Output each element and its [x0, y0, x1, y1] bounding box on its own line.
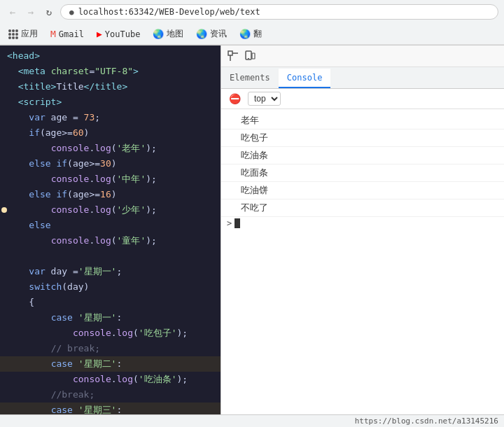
- lock-icon: ●: [69, 8, 74, 17]
- svg-rect-4: [252, 53, 255, 59]
- devtools-top-icons: [221, 46, 504, 67]
- address-text: localhost:63342/WEB-Develop/web/text: [78, 7, 260, 17]
- code-line: console.log('童年');: [0, 233, 220, 248]
- gmail-icon: M: [50, 29, 56, 39]
- code-line: case '星期二':: [0, 356, 220, 372]
- code-line: <meta charset="UTF-8">: [0, 64, 220, 79]
- tab-console[interactable]: Console: [279, 69, 331, 88]
- svg-rect-0: [228, 51, 232, 55]
- device-icon: [244, 50, 255, 62]
- bookmark-apps[interactable]: 应用: [6, 27, 41, 41]
- code-line: case '星期三':: [0, 402, 220, 414]
- maps-label: 地图: [167, 28, 183, 40]
- apps-icon: [8, 29, 18, 39]
- youtube-icon: ▶: [97, 29, 102, 39]
- status-url: https://blog.csdn.net/a13145216: [355, 416, 498, 426]
- bookmark-youtube[interactable]: ▶ YouTube: [94, 27, 143, 41]
- code-line: console.log('少年');: [0, 202, 220, 218]
- code-line: console.log('吃包子');: [0, 326, 220, 341]
- context-selector[interactable]: top: [248, 92, 281, 106]
- breakpoint-dot: [1, 207, 7, 213]
- devtools-panel: Elements Console ⛔ top 老年 吃包子 吃油条: [220, 46, 504, 414]
- code-line: <title>Title</title>: [0, 79, 220, 94]
- main-area: <head> <meta charset="UTF-8"> <title>Tit…: [0, 46, 504, 414]
- translate-globe-icon: 🌏: [239, 29, 251, 39]
- code-line: var age = 73;: [0, 110, 220, 125]
- gmail-label: Gmail: [59, 29, 84, 39]
- console-log-item: 吃油饼: [221, 182, 504, 200]
- code-line: <script>: [0, 94, 220, 110]
- console-log-item: 吃面条: [221, 164, 504, 182]
- devtools-tabs: Elements Console: [221, 67, 504, 89]
- browser-chrome: ← → ↻ ● localhost:63342/WEB-Develop/web/…: [0, 0, 504, 46]
- code-line: else if(age>=30): [0, 156, 220, 172]
- code-line: // break;: [0, 341, 220, 356]
- code-line: console.log('吃油条');: [0, 372, 220, 387]
- tab-elements[interactable]: Elements: [221, 69, 279, 88]
- code-line: else if(age>=16): [0, 187, 220, 202]
- console-toolbar: ⛔ top: [221, 89, 504, 109]
- bookmark-maps[interactable]: 🌏 地图: [150, 27, 186, 41]
- code-line: case '星期一':: [0, 310, 220, 326]
- status-bar: https://blog.csdn.net/a13145216: [0, 414, 504, 427]
- code-line: console.log('中年');: [0, 172, 220, 187]
- code-line: [0, 248, 220, 264]
- bookmark-gmail[interactable]: M Gmail: [48, 27, 87, 41]
- code-line: switch(day): [0, 279, 220, 295]
- console-cursor: [234, 218, 240, 228]
- reload-button[interactable]: ↻: [42, 5, 56, 19]
- bookmark-translate[interactable]: 🌏 翻: [237, 27, 265, 41]
- back-button[interactable]: ←: [6, 5, 20, 19]
- news-globe-icon: 🌏: [196, 29, 207, 39]
- code-line: if(age>=60): [0, 125, 220, 141]
- bookmarks-bar: 应用 M Gmail ▶ YouTube 🌏 地图 🌏 资讯 🌏 翻: [0, 24, 504, 45]
- code-editor: <head> <meta charset="UTF-8"> <title>Tit…: [0, 46, 220, 414]
- console-input-line[interactable]: >: [221, 217, 504, 230]
- console-log-item: 吃油条: [221, 147, 504, 164]
- console-log-item: 老年: [221, 112, 504, 130]
- maps-globe-icon: 🌏: [153, 29, 164, 39]
- news-label: 资讯: [210, 28, 227, 40]
- code-line: var day ='星期一';: [0, 264, 220, 279]
- code-content: <head> <meta charset="UTF-8"> <title>Tit…: [0, 46, 220, 414]
- forward-button[interactable]: →: [24, 5, 38, 19]
- bookmark-news[interactable]: 🌏 资讯: [193, 27, 230, 41]
- code-line: {: [0, 295, 220, 310]
- inspect-element-button[interactable]: [225, 48, 241, 64]
- apps-label: 应用: [21, 28, 38, 40]
- console-arrow-icon: >: [227, 218, 232, 228]
- code-line: else: [0, 218, 220, 233]
- translate-label: 翻: [253, 28, 262, 40]
- clear-console-button[interactable]: ⛔: [227, 91, 242, 106]
- console-output-area[interactable]: 老年 吃包子 吃油条 吃面条 吃油饼 不吃了 >: [221, 109, 504, 414]
- code-line: console.log('老年');: [0, 141, 220, 156]
- address-bar[interactable]: ● localhost:63342/WEB-Develop/web/text: [60, 4, 498, 20]
- console-log-item: 不吃了: [221, 200, 504, 217]
- code-line: <head>: [0, 48, 220, 64]
- inspect-icon: [227, 50, 239, 62]
- nav-bar: ← → ↻ ● localhost:63342/WEB-Develop/web/…: [0, 0, 504, 24]
- device-toolbar-button[interactable]: [242, 48, 258, 64]
- console-log-item: 吃包子: [221, 130, 504, 147]
- youtube-label: YouTube: [105, 29, 141, 39]
- code-line: //break;: [0, 387, 220, 402]
